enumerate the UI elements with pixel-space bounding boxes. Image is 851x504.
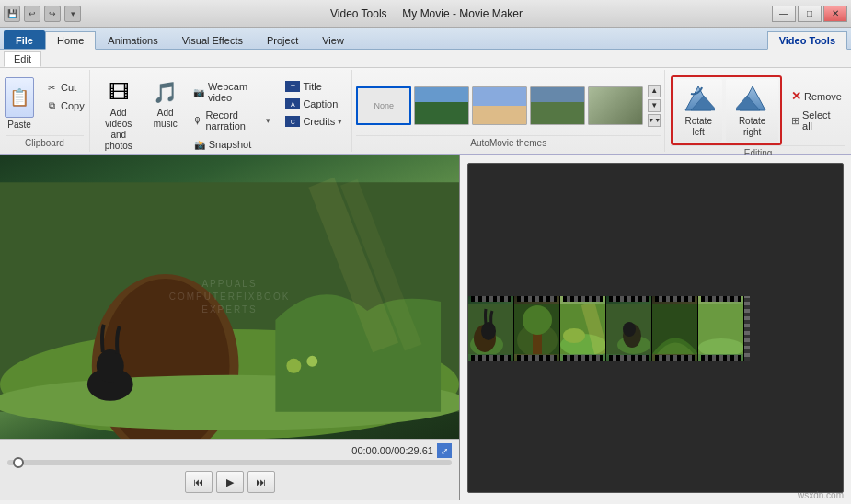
tab-project[interactable]: Project bbox=[255, 30, 310, 49]
time-display: 00:00.00/00:29.61 bbox=[351, 445, 433, 456]
maximize-button[interactable]: □ bbox=[798, 6, 822, 22]
tab-file[interactable]: File bbox=[4, 30, 45, 49]
remove-button[interactable]: ✕ Remove bbox=[788, 87, 845, 105]
title-button[interactable]: T Title bbox=[282, 79, 346, 94]
dropdown-icon[interactable]: ▾ bbox=[64, 6, 81, 22]
credits-button[interactable]: C Credits ▾ bbox=[282, 114, 346, 129]
select-all-icon: ⊞ bbox=[791, 115, 799, 127]
title-label: Title bbox=[303, 81, 321, 92]
play-button[interactable]: ▶ bbox=[216, 471, 244, 493]
theme-classic[interactable] bbox=[530, 86, 585, 125]
svg-point-23 bbox=[563, 328, 585, 343]
title-bar: 💾 ↩ ↪ ▾ Video Tools My Movie - Movie Mak… bbox=[0, 0, 851, 28]
themes-scroll-all[interactable]: ▼▼ bbox=[648, 114, 661, 127]
add-videos-button[interactable]: 🎞 Add videos and photos bbox=[96, 75, 142, 155]
add-music-button[interactable]: 🎵 Add music bbox=[145, 75, 186, 132]
theme-beach[interactable] bbox=[472, 86, 527, 125]
undo-icon[interactable]: ↩ bbox=[24, 6, 40, 22]
film-frame-5[interactable] bbox=[652, 296, 698, 361]
title-bar-quick-access[interactable]: 💾 ↩ ↪ ▾ bbox=[4, 6, 81, 22]
film-frame-3[interactable] bbox=[560, 296, 606, 361]
redo-icon[interactable]: ↪ bbox=[44, 6, 61, 22]
video-tools-tab-title: Video Tools bbox=[330, 7, 387, 20]
caption-button[interactable]: A Caption bbox=[282, 97, 346, 111]
app-title: Video Tools My Movie - Movie Maker bbox=[81, 7, 772, 20]
rotate-right-icon bbox=[736, 83, 769, 116]
themes-scroll-down[interactable]: ▼ bbox=[648, 99, 661, 112]
minimize-button[interactable]: — bbox=[772, 6, 796, 22]
caption-label: Caption bbox=[303, 98, 338, 109]
and-photos-label: and photos bbox=[105, 130, 132, 151]
close-button[interactable]: ✕ bbox=[823, 6, 847, 22]
next-frame-button[interactable]: ⏭ bbox=[247, 471, 275, 493]
tab-visual-effects[interactable]: Visual Effects bbox=[170, 30, 255, 49]
add-videos-icon: 🎞 bbox=[104, 78, 133, 108]
cut-icon: ✂ bbox=[45, 81, 58, 94]
remove-icon: ✕ bbox=[791, 89, 801, 103]
ribbon-tabs: File Home Animations Visual Effects Proj… bbox=[0, 28, 851, 50]
title-icon: T bbox=[285, 81, 300, 92]
ribbon-group-add: 🎞 Add videos and photos 🎵 Add music 📷 We… bbox=[90, 70, 352, 152]
window-controls[interactable]: — □ ✕ bbox=[772, 6, 847, 22]
time-current: 00:00.00 bbox=[351, 445, 391, 456]
themes-group-label: AutoMovie themes bbox=[356, 135, 661, 150]
save-icon[interactable]: 💾 bbox=[4, 6, 20, 22]
select-all-button[interactable]: ⊞ Select all bbox=[788, 108, 845, 133]
copy-button[interactable]: ⧉ Copy bbox=[41, 97, 88, 114]
tab-video-tools[interactable]: Video Tools bbox=[767, 31, 847, 50]
svg-point-12 bbox=[306, 356, 317, 367]
ribbon-group-editing: Rotate left bbox=[665, 70, 851, 152]
film-strip bbox=[468, 296, 744, 361]
rotate-highlight-box: Rotate left bbox=[671, 75, 782, 145]
ribbon-group-themes: None ▲ ▼ ▼▼ AutoMovie themes bbox=[352, 70, 665, 152]
snapshot-button[interactable]: 📸 Snapshot bbox=[190, 136, 275, 153]
remove-label: Remove bbox=[804, 91, 842, 102]
tab-view[interactable]: View bbox=[310, 30, 356, 49]
themes-scroll-up[interactable]: ▲ bbox=[648, 85, 661, 97]
tab-home[interactable]: Home bbox=[45, 31, 96, 50]
paste-button[interactable]: 📋 Paste bbox=[1, 75, 38, 132]
svg-point-16 bbox=[481, 322, 496, 340]
playback-buttons: ⏮ ▶ ⏭ bbox=[7, 471, 452, 497]
webcam-video-button[interactable]: 📷 Webcam video bbox=[190, 79, 275, 105]
ribbon-toolbar-tabs: Edit bbox=[0, 50, 851, 68]
editing-right-buttons: ✕ Remove ⊞ Select all bbox=[788, 87, 845, 133]
rewind-button[interactable]: ⏮ bbox=[185, 471, 213, 493]
webcam-label: Webcam video bbox=[208, 81, 270, 103]
rotate-left-label: Rotate left bbox=[682, 116, 715, 138]
svg-point-11 bbox=[286, 359, 301, 373]
seek-bar[interactable] bbox=[7, 460, 452, 465]
snapshot-label: Snapshot bbox=[209, 139, 251, 150]
rotate-left-icon bbox=[682, 83, 715, 116]
film-frame-6[interactable] bbox=[698, 296, 744, 361]
expand-button[interactable]: ⤢ bbox=[437, 443, 452, 458]
film-frame-4[interactable] bbox=[606, 296, 652, 361]
theme-extra[interactable] bbox=[588, 86, 643, 125]
rotate-right-button[interactable]: Rotate right bbox=[726, 79, 778, 142]
camera-icon: 📸 bbox=[193, 138, 206, 151]
cut-button[interactable]: ✂ Cut bbox=[41, 79, 88, 96]
rotate-left-button[interactable]: Rotate left bbox=[674, 79, 722, 142]
svg-point-27 bbox=[623, 322, 636, 337]
film-frame-1[interactable] bbox=[468, 296, 514, 361]
tab-animations[interactable]: Animations bbox=[96, 30, 169, 49]
paste-icon: 📋 bbox=[5, 77, 34, 118]
credits-label: Credits bbox=[303, 116, 335, 127]
theme-none[interactable]: None bbox=[356, 86, 411, 125]
ribbon: 📋 Paste ✂ Cut ⧉ Copy Clipboard 🎞 Ad bbox=[0, 68, 851, 155]
add-music-label: Add bbox=[157, 108, 174, 118]
clipboard-group-label: Clipboard bbox=[6, 135, 84, 150]
seek-thumb[interactable] bbox=[13, 457, 24, 468]
theme-mountains[interactable] bbox=[414, 86, 469, 125]
cut-label: Cut bbox=[61, 82, 76, 93]
record-narration-button[interactable]: 🎙 Record narration ▾ bbox=[190, 108, 275, 133]
rtab-edit[interactable]: Edit bbox=[4, 51, 41, 67]
caption-icon: A bbox=[285, 98, 300, 109]
copy-icon: ⧉ bbox=[45, 99, 58, 112]
mic-icon: 🎙 bbox=[193, 114, 203, 127]
film-frame-2[interactable] bbox=[514, 296, 560, 361]
watermark-text: wsxdn.com bbox=[798, 490, 844, 500]
main-area: APPUALS COMPUTERFIXBOOK EXPERTS 00:00.00… bbox=[0, 155, 851, 500]
svg-point-10 bbox=[97, 349, 124, 383]
themes-scroll[interactable]: ▲ ▼ ▼▼ bbox=[648, 85, 661, 127]
